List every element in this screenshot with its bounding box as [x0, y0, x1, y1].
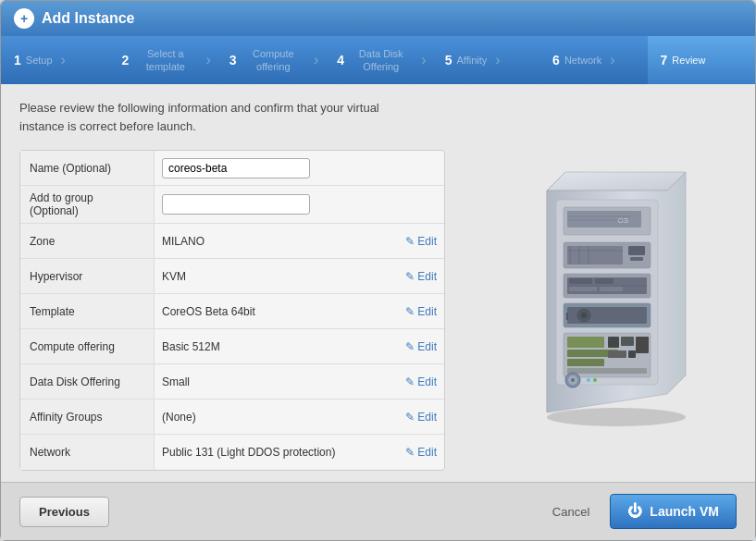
value-compute: Basic 512M ✎ Edit — [155, 337, 444, 357]
svg-rect-31 — [567, 337, 604, 348]
edit-hypervisor-icon: ✎ — [405, 270, 415, 283]
label-affinity: Affinity Groups — [20, 400, 155, 434]
value-network: Public 131 (Light DDOS protection) ✎ Edi… — [155, 442, 444, 462]
form-row-compute: Compute offering Basic 512M ✎ Edit — [20, 329, 444, 364]
step-5[interactable]: 5 Affinity › — [432, 36, 539, 84]
step-2[interactable]: 2 Select a template › — [108, 36, 216, 84]
svg-rect-23 — [569, 287, 597, 291]
value-group — [155, 191, 444, 218]
svg-rect-35 — [608, 337, 619, 348]
dialog-title: Add Instance — [42, 10, 134, 27]
svg-point-44 — [593, 378, 597, 382]
svg-point-0 — [547, 408, 686, 426]
svg-text:OS: OS — [617, 216, 628, 225]
step-7[interactable]: 7 Review — [648, 36, 755, 84]
label-network: Network — [20, 435, 155, 470]
description: Please review the following information … — [19, 99, 459, 135]
title-bar: + Add Instance — [1, 1, 755, 36]
review-form: Name (Optional) Add to group (Optional) — [19, 150, 445, 471]
step-3[interactable]: 3 Compute offering › — [217, 36, 324, 84]
svg-rect-39 — [628, 350, 636, 358]
step-6[interactable]: 6 Network › — [539, 36, 647, 84]
form-row-affinity: Affinity Groups (None) ✎ Edit — [20, 400, 444, 435]
value-hypervisor: KVM ✎ Edit — [155, 266, 444, 287]
dialog-icon: + — [14, 8, 34, 29]
label-datadisk: Data Disk Offering — [20, 364, 155, 399]
svg-rect-38 — [608, 350, 626, 358]
edit-hypervisor[interactable]: ✎ Edit — [405, 270, 437, 283]
add-instance-dialog: + Add Instance 1 Setup › 2 Select a temp… — [0, 0, 756, 541]
step-2-arrow: › — [206, 52, 211, 68]
edit-network-icon: ✎ — [405, 446, 415, 459]
step-6-arrow: › — [610, 52, 614, 68]
wizard-steps: 1 Setup › 2 Select a template › 3 Comput… — [1, 36, 755, 84]
edit-datadisk-icon: ✎ — [405, 375, 415, 388]
value-datadisk: Small ✎ Edit — [155, 372, 444, 392]
edit-zone-icon: ✎ — [405, 235, 415, 248]
server-illustration: OS — [491, 135, 723, 431]
form-row-datadisk: Data Disk Offering Small ✎ Edit — [20, 364, 444, 400]
form-row-group: Add to group (Optional) — [20, 186, 444, 224]
edit-zone[interactable]: ✎ Edit — [405, 235, 437, 248]
svg-rect-6 — [567, 211, 641, 227]
form-row-hypervisor: Hypervisor KVM ✎ Edit — [20, 259, 444, 294]
label-compute: Compute offering — [20, 329, 155, 363]
launch-vm-button[interactable]: ⏻ Launch VM — [610, 494, 737, 529]
edit-template-icon: ✎ — [405, 305, 415, 318]
svg-point-43 — [587, 378, 590, 382]
step-1[interactable]: 1 Setup › — [1, 36, 108, 84]
previous-button[interactable]: Previous — [19, 497, 109, 527]
edit-affinity[interactable]: ✎ Edit — [405, 411, 437, 424]
content-area: Please review the following information … — [1, 84, 755, 482]
svg-rect-22 — [595, 278, 613, 284]
edit-network[interactable]: ✎ Edit — [405, 446, 437, 459]
form-row-network: Network Public 131 (Light DDOS protectio… — [20, 435, 444, 470]
svg-rect-36 — [621, 337, 634, 346]
label-hypervisor: Hypervisor — [20, 259, 155, 293]
svg-rect-33 — [567, 359, 604, 366]
group-input[interactable] — [162, 194, 310, 215]
svg-rect-11 — [567, 246, 623, 264]
launch-icon: ⏻ — [627, 503, 642, 520]
right-panel: OS — [477, 99, 737, 467]
svg-rect-34 — [567, 368, 647, 374]
label-template: Template — [20, 294, 155, 328]
value-affinity: (None) ✎ Edit — [155, 407, 444, 427]
cancel-button[interactable]: Cancel — [545, 501, 597, 523]
form-row-zone: Zone MILANO ✎ Edit — [20, 224, 444, 259]
name-input[interactable] — [162, 158, 310, 178]
step-1-arrow: › — [61, 52, 66, 68]
svg-rect-21 — [569, 278, 592, 284]
svg-point-42 — [571, 378, 575, 382]
edit-template[interactable]: ✎ Edit — [405, 305, 437, 318]
step-3-arrow: › — [314, 52, 318, 68]
form-row-name: Name (Optional) — [20, 151, 444, 186]
label-name: Name (Optional) — [20, 151, 155, 185]
svg-point-28 — [581, 313, 587, 318]
edit-datadisk[interactable]: ✎ Edit — [405, 375, 437, 388]
edit-compute[interactable]: ✎ Edit — [405, 340, 437, 353]
footer: Previous Cancel ⏻ Launch VM — [1, 482, 755, 540]
edit-affinity-icon: ✎ — [405, 411, 415, 424]
form-row-template: Template CoreOS Beta 64bit ✎ Edit — [20, 294, 444, 329]
label-zone: Zone — [20, 224, 155, 258]
svg-marker-2 — [547, 172, 686, 191]
left-panel: Please review the following information … — [19, 99, 459, 467]
svg-rect-37 — [636, 337, 649, 353]
svg-rect-24 — [600, 287, 623, 291]
svg-rect-16 — [628, 246, 645, 255]
svg-rect-17 — [630, 257, 643, 261]
value-name — [155, 154, 444, 182]
label-group: Add to group (Optional) — [20, 186, 155, 223]
step-4-arrow: › — [421, 52, 426, 68]
footer-right: Cancel ⏻ Launch VM — [545, 494, 737, 529]
edit-compute-icon: ✎ — [405, 340, 415, 353]
step-4[interactable]: 4 Data Disk Offering › — [324, 36, 431, 84]
step-5-arrow: › — [495, 52, 500, 68]
value-zone: MILANO ✎ Edit — [155, 231, 444, 252]
value-template: CoreOS Beta 64bit ✎ Edit — [155, 301, 444, 322]
